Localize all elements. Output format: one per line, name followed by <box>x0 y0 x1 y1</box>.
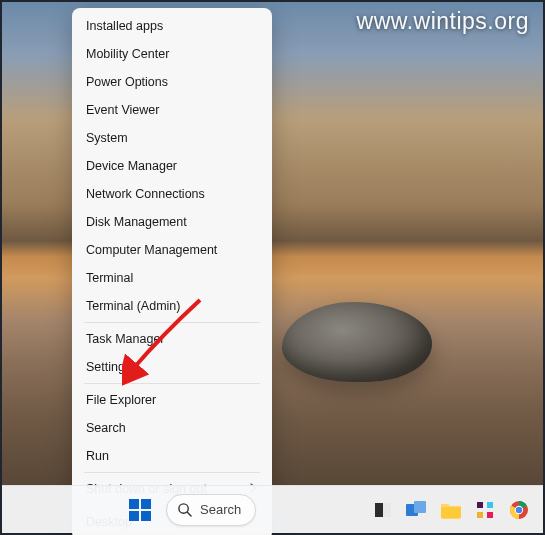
chrome-icon <box>509 500 529 520</box>
windows-logo-icon <box>129 499 151 521</box>
app-icon <box>406 500 428 520</box>
menu-item-run[interactable]: Run <box>76 442 268 470</box>
menu-item-system[interactable]: System <box>76 124 268 152</box>
menu-item-disk-management[interactable]: Disk Management <box>76 208 268 236</box>
menu-item-event-viewer[interactable]: Event Viewer <box>76 96 268 124</box>
desktop-wallpaper: www.wintips.org Installed apps Mobility … <box>0 0 545 535</box>
menu-label: Event Viewer <box>86 103 159 117</box>
menu-label: System <box>86 131 128 145</box>
menu-item-file-explorer[interactable]: File Explorer <box>76 386 268 414</box>
svg-rect-10 <box>441 507 461 518</box>
menu-label: Power Options <box>86 75 168 89</box>
menu-item-task-manager[interactable]: Task Manager <box>76 325 268 353</box>
start-button[interactable] <box>120 490 160 530</box>
menu-item-settings[interactable]: Settings <box>76 353 268 381</box>
taskbar-search[interactable]: Search <box>166 494 256 526</box>
app-icon <box>475 500 495 520</box>
menu-label: Task Manager <box>86 332 165 346</box>
taskbar-app-3[interactable] <box>469 490 501 530</box>
svg-point-17 <box>516 506 522 512</box>
menu-item-device-manager[interactable]: Device Manager <box>76 152 268 180</box>
menu-label: Mobility Center <box>86 47 169 61</box>
taskbar-right <box>367 490 535 530</box>
menu-label: Search <box>86 421 126 435</box>
menu-item-search[interactable]: Search <box>76 414 268 442</box>
menu-label: Device Manager <box>86 159 177 173</box>
menu-label: Network Connections <box>86 187 205 201</box>
svg-rect-3 <box>141 511 151 521</box>
search-icon <box>177 502 192 517</box>
menu-label: Installed apps <box>86 19 163 33</box>
svg-rect-0 <box>129 499 139 509</box>
menu-item-computer-management[interactable]: Computer Management <box>76 236 268 264</box>
wallpaper-rock <box>282 302 432 382</box>
folder-icon <box>440 501 462 519</box>
menu-label: Terminal <box>86 271 133 285</box>
svg-rect-11 <box>477 502 483 508</box>
menu-label: Computer Management <box>86 243 217 257</box>
menu-item-network-connections[interactable]: Network Connections <box>76 180 268 208</box>
svg-rect-12 <box>487 502 493 508</box>
app-icon <box>373 500 393 520</box>
svg-rect-7 <box>383 503 391 517</box>
svg-rect-2 <box>129 511 139 521</box>
menu-item-mobility-center[interactable]: Mobility Center <box>76 40 268 68</box>
svg-rect-1 <box>141 499 151 509</box>
menu-label: Run <box>86 449 109 463</box>
svg-line-5 <box>187 512 191 516</box>
taskbar: Search <box>2 485 543 533</box>
menu-label: File Explorer <box>86 393 156 407</box>
menu-label: Disk Management <box>86 215 187 229</box>
taskbar-center: Search <box>120 490 256 530</box>
taskbar-app-1[interactable] <box>367 490 399 530</box>
svg-rect-13 <box>477 512 483 518</box>
menu-label: Terminal (Admin) <box>86 299 180 313</box>
winx-context-menu: Installed apps Mobility Center Power Opt… <box>72 8 272 535</box>
menu-item-terminal-admin[interactable]: Terminal (Admin) <box>76 292 268 320</box>
menu-separator <box>84 472 260 473</box>
menu-item-terminal[interactable]: Terminal <box>76 264 268 292</box>
taskbar-file-explorer[interactable] <box>435 490 467 530</box>
watermark-text: www.wintips.org <box>357 8 529 35</box>
menu-separator <box>84 322 260 323</box>
menu-separator <box>84 383 260 384</box>
svg-rect-9 <box>414 501 426 513</box>
menu-item-installed-apps[interactable]: Installed apps <box>76 12 268 40</box>
search-label: Search <box>200 502 241 517</box>
menu-item-power-options[interactable]: Power Options <box>76 68 268 96</box>
svg-rect-14 <box>487 512 493 518</box>
taskbar-app-2[interactable] <box>401 490 433 530</box>
menu-label: Settings <box>86 360 131 374</box>
taskbar-chrome[interactable] <box>503 490 535 530</box>
